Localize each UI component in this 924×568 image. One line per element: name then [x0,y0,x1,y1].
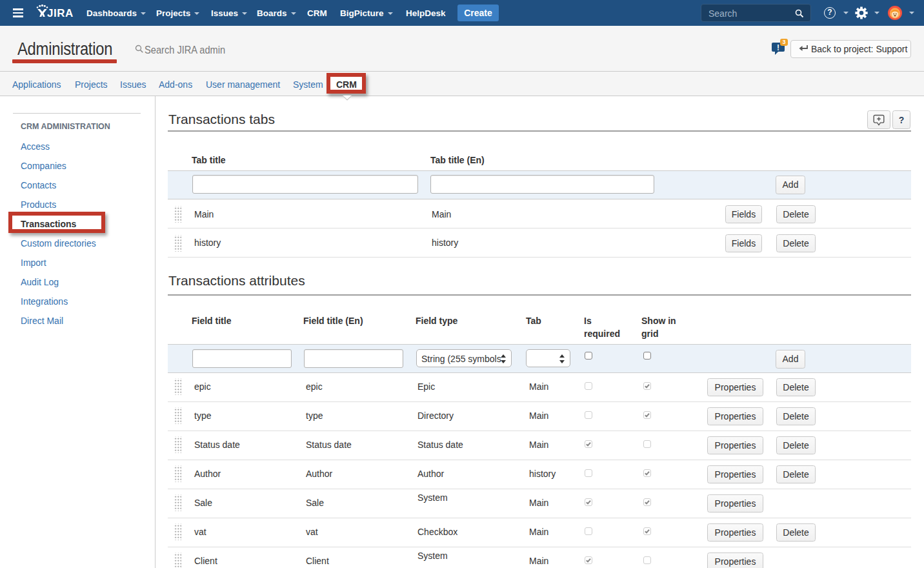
svg-text:!: ! [777,43,779,52]
